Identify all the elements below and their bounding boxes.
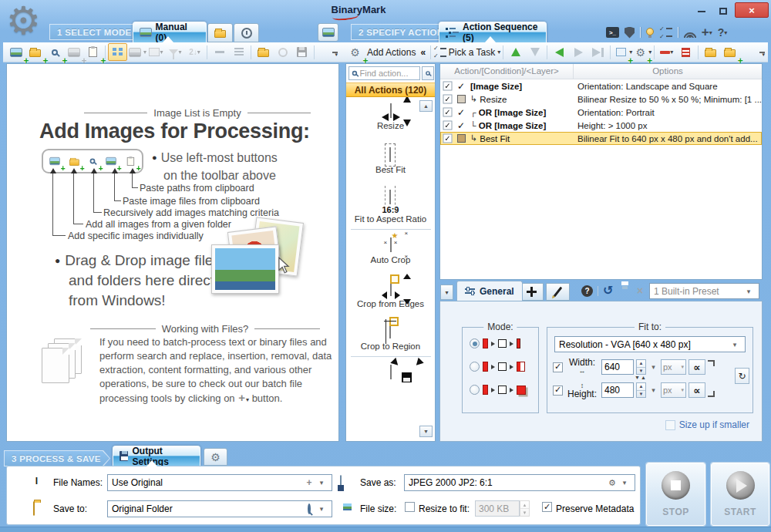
row-checkbox[interactable] bbox=[443, 82, 453, 91]
find-action-box[interactable] bbox=[348, 66, 420, 80]
pages-menu-button[interactable]: ▾ bbox=[146, 43, 166, 61]
save-sequence-button[interactable]: + bbox=[720, 43, 739, 61]
image-view-button[interactable] bbox=[318, 23, 338, 42]
tips-button[interactable] bbox=[646, 25, 654, 39]
preset-dropdown[interactable]: 1 Built-in Preset ▾ bbox=[649, 283, 759, 299]
add-folder-button[interactable]: + bbox=[25, 43, 45, 61]
preview-menu-button[interactable]: ▾ bbox=[127, 43, 146, 61]
column-action[interactable]: Action/[Condition]/<Layer> bbox=[440, 64, 574, 79]
tab-advanced-output[interactable]: ⚙ bbox=[204, 448, 227, 466]
radio-selected[interactable] bbox=[470, 338, 480, 348]
row-checkbox[interactable] bbox=[443, 108, 453, 117]
minimize-button[interactable] bbox=[692, 5, 712, 18]
height-spinner[interactable]: ▲▼ bbox=[636, 382, 646, 398]
paste-add-button[interactable]: + bbox=[83, 43, 103, 61]
link-dimensions-button[interactable]: ↻ bbox=[735, 368, 749, 384]
save-list-button[interactable] bbox=[292, 43, 311, 61]
tab-position[interactable] bbox=[520, 283, 544, 301]
chevron-down-icon[interactable]: ▾ bbox=[618, 479, 631, 487]
delete-preset-button[interactable]: × bbox=[637, 285, 643, 297]
file-size-spinner[interactable]: ▲▼ bbox=[520, 500, 530, 517]
chevron-down-icon[interactable]: ▾ bbox=[315, 505, 328, 513]
maximize-button[interactable] bbox=[713, 5, 733, 18]
mode-option-1[interactable] bbox=[470, 338, 520, 348]
search-icon[interactable] bbox=[303, 505, 315, 513]
indent-right-button[interactable] bbox=[569, 43, 588, 61]
tab-scheduler[interactable] bbox=[234, 23, 259, 42]
save-to-dropdown[interactable]: Original Folder ▾ bbox=[107, 500, 332, 517]
thumbnail-view-button[interactable] bbox=[108, 43, 127, 61]
move-up-button[interactable] bbox=[506, 43, 525, 61]
row-checkbox[interactable] bbox=[443, 134, 453, 143]
pick-task-button[interactable]: Pick a Task bbox=[449, 47, 495, 58]
mode-option-2[interactable] bbox=[470, 362, 525, 372]
height-checkbox[interactable] bbox=[553, 386, 563, 396]
proportional-width-button[interactable]: ∝ bbox=[689, 359, 705, 375]
chevron-down-icon[interactable]: ▾ bbox=[315, 479, 328, 487]
add-condition-button[interactable]: +▾ bbox=[613, 43, 632, 61]
width-checkbox[interactable] bbox=[553, 362, 563, 372]
scroll-down-button[interactable]: ▼ bbox=[419, 426, 433, 437]
tab-folder-monitor[interactable] bbox=[207, 23, 233, 42]
tab-paint[interactable] bbox=[546, 283, 570, 301]
detail-rows-button[interactable] bbox=[229, 43, 248, 61]
file-names-dropdown[interactable]: Use Original + ▾ bbox=[107, 474, 332, 491]
open-list-button[interactable] bbox=[254, 43, 273, 61]
toolbar-overflow-button[interactable]: ▾ bbox=[330, 44, 340, 60]
add-by-search-button[interactable]: + bbox=[45, 43, 64, 61]
format-settings-icon[interactable]: ⚙ bbox=[606, 477, 618, 488]
sequence-row[interactable]: ↳Resize Bilinear Resize to 50 % x 50 %; … bbox=[440, 93, 762, 106]
resolution-dropdown[interactable]: Resolution - VGA [640 x 480 px] ▾ bbox=[554, 336, 746, 352]
help-icon[interactable]: ? bbox=[581, 285, 593, 297]
compact-rows-button[interactable] bbox=[210, 43, 229, 61]
shield-button[interactable] bbox=[625, 25, 635, 39]
plus-icon[interactable]: + bbox=[303, 477, 315, 488]
row-checkbox[interactable] bbox=[443, 121, 453, 130]
swap-dimensions-icon[interactable]: ▼▲ bbox=[635, 375, 647, 380]
add-action-menu-button[interactable]: ⚙+▾ bbox=[632, 43, 651, 61]
action-item-resize[interactable]: Resize bbox=[377, 97, 404, 130]
toolbar-overflow-button-right[interactable]: ▾ bbox=[757, 44, 767, 60]
action-item-fit-aspect[interactable]: 16:9 Fit to Aspect Ratio bbox=[355, 184, 426, 224]
sequence-row[interactable]: ┌OR [Image Size] Orientation: Portrait bbox=[440, 106, 762, 119]
save-as-dropdown[interactable]: JPEG 2000 JP2: 6:1 ⚙ ▾ bbox=[404, 474, 635, 491]
row-checkbox[interactable] bbox=[443, 95, 453, 104]
width-spinner[interactable]: ▲▼ bbox=[636, 359, 646, 375]
column-options[interactable]: Options bbox=[574, 64, 762, 79]
mode-option-3[interactable] bbox=[470, 385, 526, 395]
add-images-button[interactable]: + bbox=[6, 43, 25, 61]
add-actions-button[interactable]: ⚙+ bbox=[345, 43, 365, 61]
action-item-partial[interactable] bbox=[390, 359, 392, 379]
size-up-checkbox[interactable] bbox=[665, 420, 675, 430]
add-tools-button[interactable]: +▾ bbox=[702, 25, 712, 39]
add-actions-label[interactable]: Add Actions bbox=[367, 47, 416, 58]
undo-button[interactable]: ↺ bbox=[603, 283, 613, 298]
image-list-panel[interactable]: Image List is Empty Add Images for Proce… bbox=[6, 63, 339, 442]
chevron-down-icon[interactable]: ▾ bbox=[648, 386, 658, 394]
scroll-up-button[interactable]: ▲ bbox=[419, 100, 433, 112]
tasks-button[interactable]: ✓ ✓ bbox=[659, 25, 672, 39]
start-button[interactable]: START bbox=[711, 463, 769, 526]
width-input[interactable] bbox=[601, 359, 634, 375]
stop-button[interactable]: STOP bbox=[646, 463, 705, 526]
skip-button[interactable] bbox=[588, 43, 608, 61]
panel-menu-button[interactable]: ▾ bbox=[440, 285, 453, 300]
filter-menu-button[interactable]: ▾ bbox=[166, 43, 185, 61]
web-button[interactable] bbox=[273, 43, 292, 61]
remove-action-button[interactable]: ▾ bbox=[657, 43, 676, 61]
sequence-row-selected[interactable]: ↳Best Fit Bilinear Fit to 640 px x 480 p… bbox=[440, 132, 762, 145]
search-options-button[interactable] bbox=[422, 66, 434, 80]
radio[interactable] bbox=[470, 385, 480, 395]
open-sequence-button[interactable] bbox=[701, 43, 720, 61]
indent-left-button[interactable] bbox=[550, 43, 569, 61]
tab-general[interactable]: General bbox=[456, 281, 523, 301]
close-button[interactable]: × bbox=[735, 2, 769, 18]
action-item-best-fit[interactable]: Best Fit bbox=[375, 141, 406, 174]
add-multiple-button[interactable]: + bbox=[64, 43, 83, 61]
file-size-input[interactable] bbox=[475, 500, 520, 517]
sort-menu-button[interactable]: 2↓▾ bbox=[185, 43, 204, 61]
proportional-height-button[interactable]: ∝ bbox=[689, 382, 705, 398]
find-action-input[interactable] bbox=[360, 69, 418, 78]
action-item-crop-region[interactable]: Crop to Region bbox=[361, 318, 420, 351]
console-button[interactable]: >_ bbox=[606, 25, 619, 39]
